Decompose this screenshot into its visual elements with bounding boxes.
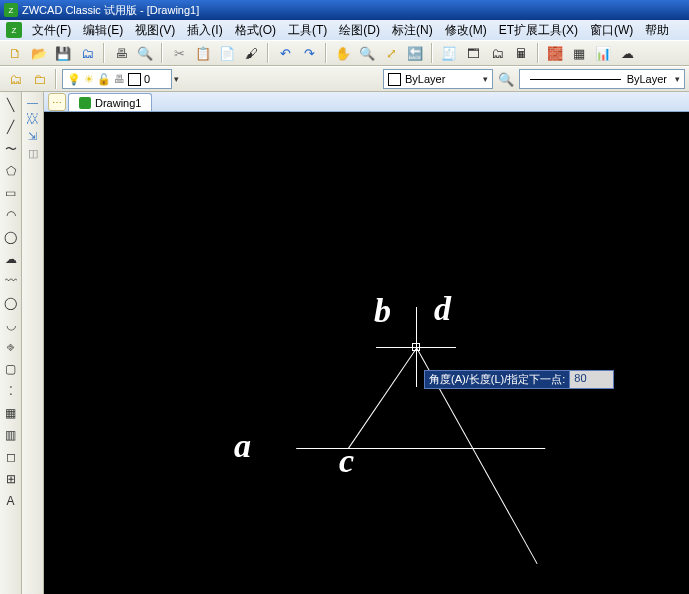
point-tool-icon[interactable]: ⁚ — [2, 382, 20, 400]
layer-states-icon[interactable]: 🗀 — [28, 68, 50, 90]
color-value: ByLayer — [405, 73, 445, 85]
cut-icon[interactable]: ✂ — [168, 42, 190, 64]
gradient-tool-icon[interactable]: ▥ — [2, 426, 20, 444]
sheet-icon[interactable]: 📊 — [592, 42, 614, 64]
separator — [325, 43, 327, 63]
ext-mini-icon[interactable]: ⇲ — [24, 128, 42, 144]
block-icon[interactable]: 🧱 — [544, 42, 566, 64]
redo-icon[interactable]: ↷ — [298, 42, 320, 64]
annotation-a: a — [234, 427, 251, 465]
undo-icon[interactable]: ↶ — [274, 42, 296, 64]
menu-view[interactable]: 视图(V) — [129, 20, 181, 40]
polygon-tool-icon[interactable]: ⬠ — [2, 162, 20, 180]
layer-on-icon: 💡 — [67, 73, 81, 86]
layer-plot-icon: 🖶 — [114, 73, 125, 85]
linetype-dropdown[interactable]: ByLayer ▾ — [519, 69, 685, 89]
line-tool-icon[interactable]: ╲ — [2, 96, 20, 114]
revcloud-tool-icon[interactable]: ☁ — [2, 250, 20, 268]
separator — [431, 43, 433, 63]
linetype-manager-icon[interactable]: 🔍 — [495, 68, 517, 90]
modify-toolbar: — 〷 ⇲ ◫ — [22, 92, 44, 594]
drawing-svg — [44, 112, 689, 594]
linetype-value: ByLayer — [627, 73, 667, 85]
drawing-canvas[interactable]: 角度(A)/长度(L)/指定下一点: 80 a b c d — [44, 112, 689, 594]
menubar: Z 文件(F) 编辑(E) 视图(V) 插入(I) 格式(O) 工具(T) 绘图… — [0, 20, 689, 40]
separator — [267, 43, 269, 63]
rectangle-tool-icon[interactable]: ▭ — [2, 184, 20, 202]
menu-draw[interactable]: 绘图(D) — [333, 20, 386, 40]
circle-tool-icon[interactable]: ◯ — [2, 228, 20, 246]
region-tool-icon[interactable]: ◻ — [2, 448, 20, 466]
save-icon[interactable]: 💾 — [52, 42, 74, 64]
dynamic-input: 角度(A)/长度(L)/指定下一点: 80 — [424, 370, 614, 389]
window-title: ZWCAD Classic 试用版 - [Drawing1] — [22, 0, 199, 20]
arc-tool-icon[interactable]: ◠ — [2, 206, 20, 224]
copy-icon[interactable]: 📋 — [192, 42, 214, 64]
layer-manager-icon[interactable]: 🗂 — [4, 68, 26, 90]
chevron-down-icon[interactable]: ▾ — [174, 74, 179, 84]
pline-tool-icon[interactable]: 〜 — [2, 140, 20, 158]
menu-tools[interactable]: 工具(T) — [282, 20, 333, 40]
xline-tool-icon[interactable]: ╱ — [2, 118, 20, 136]
color-dropdown[interactable]: ByLayer ▾ — [383, 69, 493, 89]
annotation-c: c — [339, 442, 354, 480]
pan-mini-icon[interactable]: — — [24, 94, 42, 110]
zoom-win-icon[interactable]: ⤢ — [380, 42, 402, 64]
chevron-down-icon: ▾ — [675, 74, 680, 84]
menu-insert[interactable]: 插入(I) — [181, 20, 228, 40]
designcenter-icon[interactable]: 🗔 — [462, 42, 484, 64]
menu-dimension[interactable]: 标注(N) — [386, 20, 439, 40]
table-tool-icon[interactable]: ⊞ — [2, 470, 20, 488]
document-tabs: ⋯ Drawing1 — [44, 92, 689, 112]
ellipsearc-tool-icon[interactable]: ◡ — [2, 316, 20, 334]
layer-freeze-icon: ☀ — [84, 73, 94, 86]
menu-format[interactable]: 格式(O) — [229, 20, 282, 40]
menu-et-tools[interactable]: ET扩展工具(X) — [493, 20, 584, 40]
ellipse-tool-icon[interactable]: ◯ — [2, 294, 20, 312]
block-tool-icon[interactable]: ▢ — [2, 360, 20, 378]
insert-tool-icon[interactable]: ⎆ — [2, 338, 20, 356]
canvas-area: ⋯ Drawing1 角度(A)/长度(L)/指定下一点: — [44, 92, 689, 594]
annotation-d: d — [434, 290, 451, 328]
menu-file[interactable]: 文件(F) — [26, 20, 77, 40]
menu-modify[interactable]: 修改(M) — [439, 20, 493, 40]
layer-lock-icon: 🔓 — [97, 73, 111, 86]
separator — [537, 43, 539, 63]
table-icon[interactable]: ▦ — [568, 42, 590, 64]
calculator-icon[interactable]: 🖩 — [510, 42, 532, 64]
obj-mini-icon[interactable]: ◫ — [24, 145, 42, 161]
grid-mini-icon[interactable]: 〷 — [24, 111, 42, 127]
mtext-tool-icon[interactable]: A — [2, 492, 20, 510]
layer-dropdown[interactable]: 💡 ☀ 🔓 🖶 0 — [62, 69, 172, 89]
menu-window[interactable]: 窗口(W) — [584, 20, 639, 40]
menu-app-icon[interactable]: Z — [6, 22, 22, 38]
pickbox — [412, 343, 420, 351]
spline-tool-icon[interactable]: 〰 — [2, 272, 20, 290]
dynamic-input-field[interactable]: 80 — [570, 370, 614, 389]
chevron-down-icon: ▾ — [483, 74, 488, 84]
app-icon: Z — [4, 3, 18, 17]
saveall-icon[interactable]: 🗂 — [76, 42, 98, 64]
color-swatch — [388, 73, 401, 86]
hatch-tool-icon[interactable]: ▦ — [2, 404, 20, 422]
linetype-preview — [530, 79, 621, 80]
pan-icon[interactable]: ✋ — [332, 42, 354, 64]
properties-icon[interactable]: 🧾 — [438, 42, 460, 64]
matchprop-icon[interactable]: 🖌 — [240, 42, 262, 64]
document-tab[interactable]: Drawing1 — [68, 93, 152, 111]
toolpalette-icon[interactable]: 🗂 — [486, 42, 508, 64]
new-icon[interactable]: 🗋 — [4, 42, 26, 64]
zoom-prev-icon[interactable]: 🔙 — [404, 42, 426, 64]
zoom-rt-icon[interactable]: 🔍 — [356, 42, 378, 64]
annotation-b: b — [374, 292, 391, 330]
separator — [103, 43, 105, 63]
preview-icon[interactable]: 🔍 — [134, 42, 156, 64]
tab-scroll-icon[interactable]: ⋯ — [48, 93, 66, 111]
open-icon[interactable]: 📂 — [28, 42, 50, 64]
plot-icon[interactable]: 🖶 — [110, 42, 132, 64]
cloud-icon[interactable]: ☁ — [616, 42, 638, 64]
menu-edit[interactable]: 编辑(E) — [77, 20, 129, 40]
separator — [55, 69, 57, 89]
menu-help[interactable]: 帮助 — [639, 20, 675, 40]
paste-icon[interactable]: 📄 — [216, 42, 238, 64]
